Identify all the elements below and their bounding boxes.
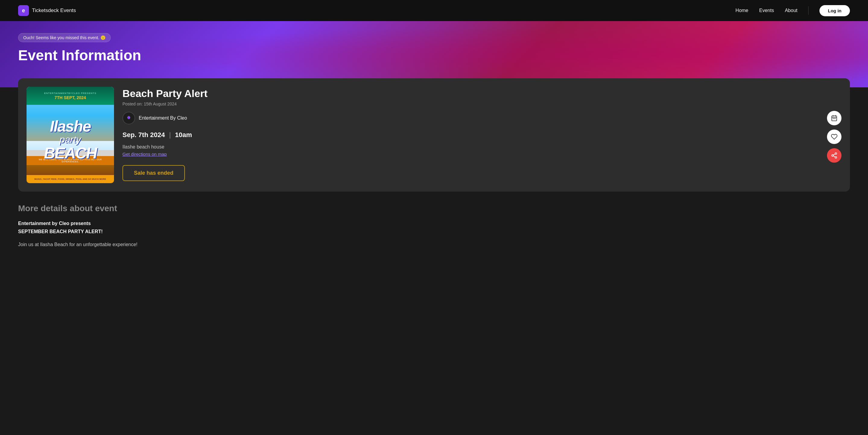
poster-footer: MUSIC, YACHT RIDE, FOOD, DRINKS, POOL AN… [27,175,114,183]
share-event-button[interactable] [827,148,841,163]
poster-presents: ENTERTAINMENTBYCLEO PRESENTS [44,92,96,95]
more-details-title: More details about event [18,204,850,213]
event-datetime: Sep. 7th 2024 | 10am [122,131,818,139]
brand-name: Ticketsdeck Events [32,7,76,13]
poster-top: ENTERTAINMENTBYCLEO PRESENTS 7TH SEPT, 2… [27,87,114,105]
organizer-row: Entertainment By Cleo [122,112,818,125]
datetime-separator: | [169,131,171,139]
logo-icon: e [18,5,29,16]
detail-line2: SEPTEMBER BEACH PARTY ALERT! [18,229,103,234]
nav-about[interactable]: About [785,8,798,13]
poster-title-line3: BEACH [44,145,97,161]
sale-ended-button: Sale has ended [122,165,185,181]
action-buttons [827,87,841,163]
share-icon [831,152,838,159]
poster-title-line1: Ilashe [44,119,97,134]
event-date: Sep. 7th 2024 [122,131,165,139]
calendar-icon [831,115,838,122]
poster-date: 7TH SEPT, 2024 [55,95,86,100]
svg-line-19 [833,156,835,157]
event-card: ENTERTAINMENTBYCLEO PRESENTS 7TH SEPT, 2… [18,78,850,192]
missed-badge: Ouch! Seems like you missed this event. … [18,33,111,42]
main-content: ENTERTAINMENTBYCLEO PRESENTS 7TH SEPT, 2… [0,78,868,272]
navbar: e Ticketsdeck Events Home Events About L… [0,0,868,21]
event-poster: ENTERTAINMENTBYCLEO PRESENTS 7TH SEPT, 2… [27,87,114,183]
nav-links: Home Events About Log in [736,5,850,16]
brand: e Ticketsdeck Events [18,5,76,16]
event-directions-link[interactable]: Get directions on map [122,152,818,157]
detail-line1: Entertainment by Cleo presents [18,221,91,226]
event-name: Beach Party Alert [122,88,818,99]
poster-text: Ilashe party BEACH [44,119,97,161]
posted-on: Posted on: 15th August 2024 [122,102,818,106]
event-time: 10am [175,131,192,139]
detail-line3: Join us at Ilasha Beach for an unforgett… [18,242,137,247]
save-event-button[interactable] [827,130,841,144]
organizer-avatar [122,112,135,125]
detail-text: Entertainment by Cleo presents SEPTEMBER… [18,219,850,249]
organizer-name: Entertainment By Cleo [139,115,187,121]
hero-banner: Ouch! Seems like you missed this event. … [0,21,868,87]
svg-line-20 [833,154,835,155]
event-venue: Ilashe beach house [122,144,818,150]
more-details-section: More details about event Entertainment b… [18,192,850,249]
poster-title-line2: party [44,134,97,145]
nav-events[interactable]: Events [759,8,774,13]
heart-icon [831,133,838,140]
add-to-calendar-button[interactable] [827,111,841,125]
nav-home[interactable]: Home [736,8,749,13]
page-title: Event Information [18,47,850,64]
login-button[interactable]: Log in [819,5,850,16]
nav-divider [808,6,809,15]
event-info: Beach Party Alert Posted on: 15th August… [122,87,818,181]
organizer-icon [125,114,133,122]
